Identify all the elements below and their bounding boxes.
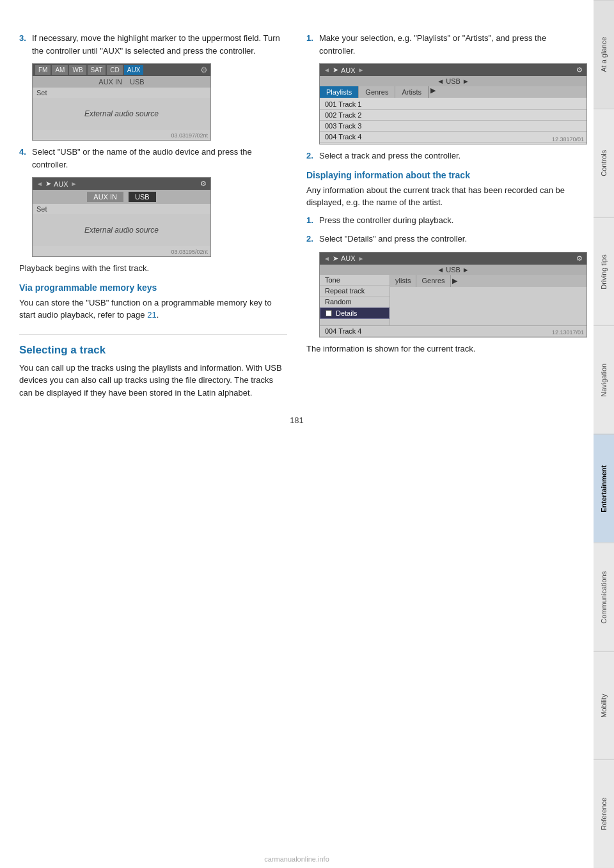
right-arrow-icon: ► [71, 180, 77, 187]
sidebar-tab-driving-tips[interactable]: Driving tips [594, 217, 614, 326]
via-link[interactable]: 21 [147, 310, 156, 320]
two-column-layout: 3. If necessary, move the highlight mark… [19, 32, 574, 404]
right-step-2a-number: 2. [306, 150, 315, 162]
step-3-number: 3. [19, 32, 28, 57]
screen4-img-num: 12.13017/01 [552, 329, 584, 336]
track-2: 002 Track 2 [320, 110, 586, 121]
cable-icon: ➤ [45, 180, 51, 188]
screen3-tracklist: 001 Track 1 002 Track 2 003 Track 3 004 … [320, 98, 586, 144]
menu-tone: Tone [320, 275, 390, 286]
via-text-before: You can store the "USB" function on a pr… [19, 298, 272, 320]
screen1-set-row: Set [33, 88, 210, 98]
screen4-right-empty [390, 287, 586, 325]
sidebar: At a glance Controls Driving tips Naviga… [594, 0, 614, 868]
screen3-top-bar: ◄ ➤ AUX ► ⚙ [320, 64, 586, 76]
tab-artists[interactable]: Artists [395, 86, 429, 98]
screen4-track: 004 Track 4 [320, 325, 586, 337]
right-step-2c: 2. Select "Details" and press the contro… [306, 233, 574, 245]
screen4-right-panel: ylists Genres ▶ [390, 275, 586, 325]
step-4: 4. Select "USB" or the name of the audio… [19, 146, 287, 171]
screen4-top-bar: ◄ ➤ AUX ► ⚙ [320, 252, 586, 265]
right-step-1b-text: Press the controller during playback. [319, 214, 574, 227]
selecting-text: You can call up the tracks using the pla… [19, 362, 287, 399]
sidebar-tab-mobility[interactable]: Mobility [594, 651, 614, 760]
step-3: 3. If necessary, move the highlight mark… [19, 32, 287, 57]
screen4-usb-left: ◄ [437, 266, 444, 274]
screen3-usb-right: ► [462, 77, 469, 85]
screen1-img-num: 03.03197/02nt [171, 132, 208, 139]
sidebar-tab-reference[interactable]: Reference [594, 759, 614, 868]
track-4: 004 Track 4 [320, 132, 586, 143]
screen3-tab-row: Playlists Genres Artists ▶ [320, 86, 586, 98]
screen1-aux: FM AM WB SAT CD AUX ⚙ AUX IN USB Set Ext… [32, 63, 211, 141]
fm-btn[interactable]: FM [35, 65, 51, 75]
menu-repeat: Repeat track [320, 286, 390, 297]
tab-genres[interactable]: Genres [359, 86, 395, 98]
right-step-2c-text: Select "Details" and press the controlle… [319, 233, 574, 245]
page-number: 181 [19, 415, 574, 425]
am-btn[interactable]: AM [52, 65, 68, 75]
screen4-cable-icon: ➤ [333, 254, 338, 263]
playback-text: Playback begins with the first track. [19, 262, 287, 275]
screen3-left-arrow: ◄ [324, 66, 330, 74]
aux-in-label: AUX IN [98, 78, 122, 86]
screen4-usb-right: ► [462, 266, 469, 274]
screen3-playlists: ◄ ➤ AUX ► ⚙ ◄ USB ► Playlists Genres Art… [319, 63, 587, 144]
track-3: 003 Track 3 [320, 121, 586, 132]
right-step-1-text: Make your selection, e.g. "Playlists" or… [319, 32, 574, 57]
via-heading: Via programmable memory keys [19, 283, 287, 293]
screen4-usb-bar: ◄ USB ► [320, 265, 586, 275]
screen1-ext-audio: External audio source [33, 98, 210, 130]
track-1: 001 Track 1 [320, 99, 586, 110]
aux-btn-selected[interactable]: AUX [124, 65, 144, 75]
cd-btn[interactable]: CD [107, 65, 122, 75]
menu-random: Random [320, 297, 390, 307]
right-step-1b-number: 1. [306, 214, 315, 227]
sidebar-tab-entertainment[interactable]: Entertainment [594, 434, 614, 543]
selecting-heading: Selecting a track [19, 334, 287, 357]
screen2-ext-audio: External audio source [33, 214, 210, 246]
screen3-cable-icon: ➤ [333, 66, 338, 74]
screen4-tab-row: ylists Genres ▶ [390, 275, 586, 287]
screen2-aux-label: AUX [54, 180, 68, 188]
screen3-usb-bar: ◄ USB ► [320, 76, 586, 86]
screen3-img-num: 12.38170/01 [552, 136, 584, 143]
sidebar-tab-at-a-glance[interactable]: At a glance [594, 0, 614, 109]
sidebar-tab-communications[interactable]: Communications [594, 543, 614, 651]
fm-bar: FM AM WB SAT CD AUX ⚙ [33, 64, 210, 76]
screen2-usb-btn[interactable]: USB [129, 192, 156, 202]
right-step-2a: 2. Select a track and press the controll… [306, 150, 574, 162]
screen4-details: ◄ ➤ AUX ► ⚙ ◄ USB ► Tone Repeat track Ra… [319, 252, 587, 337]
screen4-tab-ylists: ylists [390, 275, 416, 287]
set-label: Set [36, 89, 47, 97]
screen4-menu: Tone Repeat track Random Details [320, 275, 390, 325]
disp-heading: Displaying information about the track [306, 170, 574, 180]
sat-btn[interactable]: SAT [88, 65, 106, 75]
screen2-img-num: 03.03195/02nt [171, 249, 208, 255]
wb-btn[interactable]: WB [69, 65, 86, 75]
screen3-right-arrow: ► [358, 66, 365, 74]
menu-details[interactable]: Details [320, 307, 390, 319]
disp-text: Any information about the current track … [306, 184, 574, 209]
usb-label: USB [130, 78, 145, 86]
screen2-set-label: Set [36, 205, 47, 213]
tab-playlists[interactable]: Playlists [320, 86, 359, 98]
right-step-1b: 1. Press the controller during playback. [306, 214, 574, 227]
screen4-gear-icon: ⚙ [576, 254, 583, 263]
right-column: 1. Make your selection, e.g. "Playlists"… [306, 32, 574, 404]
step-3-text: If necessary, move the highlight marker … [32, 32, 287, 57]
sidebar-tab-navigation[interactable]: Navigation [594, 325, 614, 434]
info-text: The information is shown for the current… [306, 343, 574, 355]
screen2-top-bar: ◄ ➤ AUX ► ⚙ [33, 178, 210, 190]
screen1-gear-icon: ⚙ [200, 65, 208, 75]
watermark: carmanualonline.info [264, 855, 329, 863]
right-step-2c-number: 2. [306, 233, 315, 245]
right-step-2a-text: Select a track and press the controller. [319, 150, 574, 162]
screen2-aux-in-btn[interactable]: AUX IN [87, 192, 123, 202]
screen4-left-arrow: ◄ [324, 255, 330, 262]
screen2-aux-usb-select: AUX IN USB [33, 190, 210, 204]
main-content: 3. If necessary, move the highlight mark… [0, 0, 594, 868]
sidebar-tab-controls[interactable]: Controls [594, 109, 614, 217]
step-4-number: 4. [19, 146, 28, 171]
screen4-tab-genres: Genres [416, 275, 450, 287]
